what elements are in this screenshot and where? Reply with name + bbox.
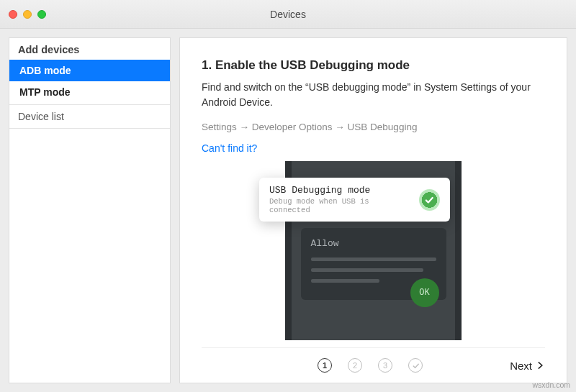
wizard-footer: 1 2 3 Next <box>202 347 545 373</box>
window-controls <box>9 10 46 19</box>
illustration: USB Debugging mode Debug mode when USB i… <box>202 161 545 340</box>
text-line <box>311 268 424 272</box>
help-link[interactable]: Can't find it? <box>202 142 545 154</box>
next-button[interactable]: Next <box>510 360 545 372</box>
next-label: Next <box>510 360 532 372</box>
chevron-right-icon <box>535 360 545 370</box>
sidebar: Add devices ADB mode MTP mode Device lis… <box>9 37 171 383</box>
main-panel: 1. Enable the USB Debugging mode Find an… <box>179 37 567 383</box>
settings-path: Settings → Developer Options → USB Debug… <box>202 122 545 132</box>
step-description: Find and switch on the “USB debugging mo… <box>202 80 545 110</box>
sidebar-item-adb-mode[interactable]: ADB mode <box>9 60 170 81</box>
text-line <box>311 279 380 283</box>
phone-graphic: USB Debugging mode Debug mode when USB i… <box>285 161 462 340</box>
step-2[interactable]: 2 <box>348 358 362 373</box>
sidebar-item-mtp-mode[interactable]: MTP mode <box>9 81 170 103</box>
watermark: wsxdn.com <box>532 380 570 389</box>
maximize-icon[interactable] <box>37 10 46 19</box>
step-1[interactable]: 1 <box>318 358 332 373</box>
sidebar-section-device-list[interactable]: Device list <box>9 105 170 129</box>
ok-button-graphic: OK <box>410 278 439 307</box>
allow-dialog: Allow OK <box>301 228 446 300</box>
close-icon[interactable] <box>9 10 17 19</box>
dialog-label: Allow <box>311 238 436 249</box>
minimize-icon[interactable] <box>23 10 32 19</box>
toast-title: USB Debugging mode <box>269 185 410 196</box>
step-heading: 1. Enable the USB Debugging mode <box>202 58 545 73</box>
step-done[interactable] <box>408 358 423 373</box>
titlebar: Devices <box>0 0 576 29</box>
text-line <box>311 257 436 261</box>
toast-subtitle: Debug mode when USB is connected <box>269 197 410 214</box>
sidebar-header: Add devices <box>9 38 170 60</box>
usb-debug-toast: USB Debugging mode Debug mode when USB i… <box>259 178 450 222</box>
window-title: Devices <box>0 9 576 20</box>
step-indicator: 1 2 3 <box>289 358 423 373</box>
checkmark-icon <box>419 189 440 211</box>
step-3[interactable]: 3 <box>378 358 392 373</box>
